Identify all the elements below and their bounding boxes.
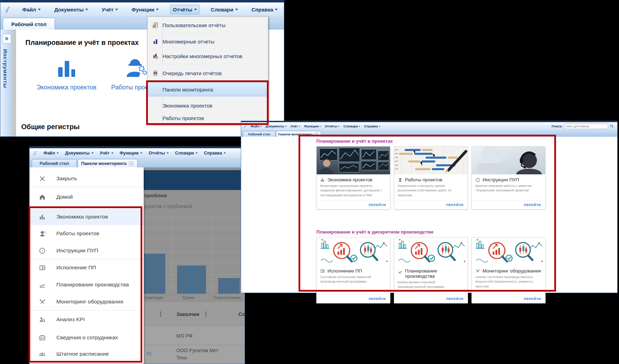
chart-category: Соисполнение: [214, 295, 241, 300]
menu-item-user-reports[interactable]: Пользовательские отчёты: [148, 17, 268, 33]
card-image-support: [472, 147, 545, 174]
menu-reports[interactable]: Отчёты: [325, 124, 340, 128]
multidim-reports-icon: [148, 39, 162, 45]
project-code-link[interactable]: 01: [146, 351, 152, 356]
menu-accounting[interactable]: Учёт: [100, 5, 120, 14]
menu-item-monitoring-panels[interactable]: Панели мониторинга: [148, 82, 268, 96]
tab-close-icon[interactable]: [129, 161, 134, 166]
tab-desktop[interactable]: Рабочий стол: [32, 159, 77, 168]
search-input[interactable]: [564, 124, 608, 129]
drawer-item-employee-info[interactable]: Сведения о сотрудниках: [30, 329, 144, 346]
drawer-item-project-economy[interactable]: Экономика проектов: [30, 208, 144, 225]
chart-bar: [177, 266, 206, 294]
drawer-item-pp-execution[interactable]: Исполнение ПП: [30, 259, 144, 276]
menu-dictionaries[interactable]: Словари: [209, 5, 240, 14]
card-image-gantt: [394, 147, 468, 174]
chart-bar: [218, 278, 240, 294]
bar-chart-icon: [55, 57, 78, 78]
menu-help[interactable]: Справка: [204, 151, 226, 156]
menu-help[interactable]: Справка: [249, 5, 280, 14]
svg-text:?: ?: [41, 249, 43, 253]
menu-accounting[interactable]: Учёт: [100, 151, 113, 156]
table-row: 01 ООО Русатом Мет Техн: [144, 345, 245, 364]
menu-documents[interactable]: Документы: [65, 151, 93, 156]
search-label: Поиск:: [551, 124, 563, 128]
cards-row-production: Исполнение ПП Состояние исполнения приня…: [316, 237, 546, 303]
go-to-link[interactable]: ПЕРЕЙТИ: [472, 200, 545, 209]
tools-icon: [39, 298, 46, 306]
go-to-link[interactable]: ПЕРЕЙТИ: [394, 200, 468, 209]
drawer-item-kpi-analysis[interactable]: Анализ KPI: [30, 311, 144, 328]
bar-chart-icon: [39, 213, 46, 221]
card-pp-execution[interactable]: Исполнение ПП Состояние исполнения приня…: [316, 237, 390, 303]
cards-row-projects: Экономика проектов Мониторинг калькуляци…: [316, 146, 546, 209]
menu-accounting[interactable]: Учёт: [291, 124, 300, 128]
tab-monitoring-panels[interactable]: Панели мониторинга: [276, 131, 321, 137]
card-equipment-monitoring[interactable]: Мониторинг оборудования Анализ состояния…: [471, 237, 546, 303]
menu-item-multidim-settings[interactable]: Настройки многомерных отчетов: [148, 49, 268, 64]
card-image-analysis: [472, 238, 545, 266]
person-search-icon: [39, 316, 46, 323]
go-to-link[interactable]: ПЕРЕЙТИ: [317, 200, 390, 209]
close-icon: [39, 175, 46, 182]
menu-item-project-economy[interactable]: Экономика проектов: [148, 98, 268, 113]
tab-desktop[interactable]: Рабочий стол: [243, 131, 276, 137]
drawer-item-close[interactable]: Закрыть: [30, 170, 144, 187]
go-to-link[interactable]: ПЕРЕЙТИ: [317, 294, 390, 303]
chart-category: трактация: [144, 295, 163, 300]
menu-item-print-queue[interactable]: Очередь печати отчётов: [148, 65, 268, 81]
tab-desktop[interactable]: Рабочий стол: [3, 18, 55, 30]
svg-text:?: ?: [477, 179, 478, 181]
search-area: Поиск:: [551, 124, 617, 129]
desktop-tile-project-economy[interactable]: Экономика проектов: [35, 57, 98, 91]
drawer-item-production-planning[interactable]: Планирование производства: [30, 276, 144, 293]
drawer-item-staffing-table[interactable]: Штатное расписание: [30, 346, 144, 362]
menu-functions[interactable]: Функции: [129, 5, 161, 14]
menu-file[interactable]: Файл: [20, 5, 43, 14]
menu-documents[interactable]: Документы: [52, 5, 90, 14]
print-queue-icon: [148, 70, 162, 76]
id-badge-icon: [39, 334, 46, 341]
registers-section-title: Общие регистры: [21, 123, 80, 131]
dashboard-subtitle-fragment: роектов с проблемой: [144, 204, 192, 209]
menu-functions[interactable]: Функции: [304, 124, 321, 128]
card-production-planning[interactable]: Планирование производства Балансировка п…: [394, 237, 468, 303]
grid-icon: [39, 264, 46, 271]
tab-close-icon[interactable]: [315, 132, 319, 136]
reports-dropdown-menu: Пользовательские отчёты Многомерные отче…: [147, 16, 268, 125]
column-state-clipped: Со: [238, 311, 245, 317]
section-title-projects: Планирование и учёт в проектах: [316, 139, 393, 144]
go-to-link[interactable]: ПЕРЕЙТИ: [472, 294, 545, 303]
card-project-economy[interactable]: Экономика проектов Мониторинг калькуляци…: [316, 146, 390, 209]
menu-functions[interactable]: Функции: [120, 151, 142, 156]
expand-tools-button[interactable]: [2, 34, 11, 43]
card-description: Краткое описание работы с макетом "Управ…: [472, 183, 545, 193]
drawer-item-equipment-monitoring[interactable]: Мониторинг оборудования: [30, 293, 144, 310]
home-icon: [39, 193, 46, 201]
tools-sidebar: Инструменты: [0, 30, 13, 136]
menubar: Файл Документы Учёт Функции Отчёты Слова…: [30, 148, 245, 158]
drawer-item-home[interactable]: Домой: [30, 189, 144, 205]
menu-help[interactable]: Справка: [364, 124, 380, 128]
card-project-works[interactable]: Работы проектов Управление и контроль ср…: [394, 146, 468, 209]
go-to-link[interactable]: ПЕРЕЙТИ: [394, 294, 468, 303]
menu-item-multidim-reports[interactable]: Многомерные отчеты: [148, 34, 268, 49]
menu-dictionaries[interactable]: Словари: [175, 151, 198, 156]
table-row: МО РФ: [144, 326, 245, 345]
menu-dictionaries[interactable]: Словари: [343, 124, 360, 128]
menu-documents[interactable]: Документы: [265, 124, 286, 128]
menu-reports[interactable]: Отчёты: [170, 5, 199, 14]
section-title-discrete-production: Планирование и учёт в дискретном произво…: [316, 229, 434, 235]
search-icon[interactable]: [610, 124, 614, 128]
menu-file[interactable]: Файл: [43, 151, 59, 156]
chart-category: Сроки: [183, 295, 194, 300]
menu-reports[interactable]: Отчёты: [149, 151, 169, 156]
menubar: Файл Документы Учёт Функции Отчёты Слова…: [241, 122, 617, 130]
help-icon: ?: [475, 177, 480, 182]
drawer-item-project-works[interactable]: Работы проектов: [30, 225, 144, 242]
drawer-item-pup-instructions[interactable]: ? Инструкции ПУП: [30, 242, 144, 259]
menu-file[interactable]: Файл: [251, 124, 262, 128]
tab-monitoring-panels[interactable]: Панели мониторинга: [78, 159, 137, 168]
card-pup-instructions[interactable]: ? Инструкции ПУП Краткое описание работы…: [471, 146, 546, 209]
card-title: Мониторинг оборудования: [472, 266, 545, 275]
